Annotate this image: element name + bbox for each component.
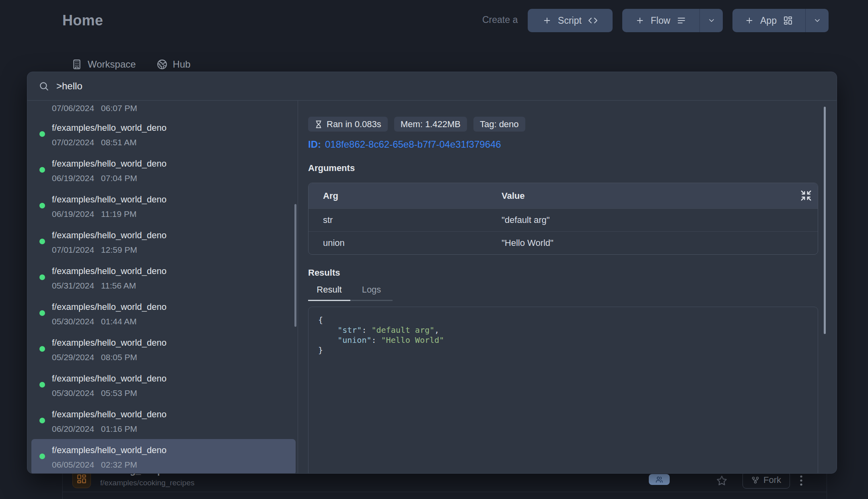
code-icon bbox=[588, 16, 598, 25]
chevron-down-icon bbox=[708, 16, 716, 25]
run-timestamp: 05/29/202408:05 PM bbox=[52, 353, 296, 362]
argument-name: str bbox=[309, 215, 502, 225]
palette-body: 07/06/202406:07 PMf/examples/hello_world… bbox=[27, 101, 837, 473]
run-list-item[interactable]: f/examples/hello_world_deno06/05/202402:… bbox=[31, 439, 296, 473]
fork-button[interactable]: Fork bbox=[743, 471, 790, 489]
users-icon bbox=[656, 476, 663, 483]
success-dot-icon bbox=[39, 203, 45, 208]
code-line: "union": "Hello World" bbox=[318, 335, 808, 345]
duration-badge-label: Ran in 0.083s bbox=[327, 119, 381, 130]
run-list: 07/06/202406:07 PMf/examples/hello_world… bbox=[27, 101, 298, 473]
search-bar bbox=[27, 72, 837, 101]
success-dot-icon bbox=[39, 274, 45, 280]
plus-icon bbox=[543, 16, 551, 25]
run-path: f/examples/hello_world_deno bbox=[52, 338, 296, 348]
expand-icon[interactable] bbox=[800, 190, 812, 202]
command-palette-modal: 07/06/202406:07 PMf/examples/hello_world… bbox=[27, 72, 837, 474]
run-timestamp: 07/06/202406:07 PM bbox=[52, 103, 296, 113]
tab-workspace-label: Workspace bbox=[88, 59, 136, 70]
run-list-item[interactable]: f/examples/hello_world_deno06/20/202401:… bbox=[31, 403, 296, 439]
create-app-dropdown[interactable] bbox=[805, 9, 829, 32]
tag-badge: Tag: deno bbox=[473, 117, 525, 132]
run-path: f/examples/hello_world_deno bbox=[52, 373, 296, 384]
create-flow-label: Flow bbox=[651, 15, 671, 26]
app-root: Home Create a Script Flow bbox=[0, 0, 868, 499]
run-list-item[interactable]: f/examples/hello_world_deno07/02/202408:… bbox=[31, 117, 296, 153]
arg-column-header: Arg bbox=[309, 191, 502, 201]
code-line: "str": "default arg", bbox=[318, 325, 808, 335]
tab-logs[interactable]: Logs bbox=[350, 285, 393, 301]
detail-scrollbar[interactable] bbox=[824, 107, 826, 334]
code-line: { bbox=[318, 315, 808, 325]
success-dot-icon bbox=[39, 418, 45, 423]
code-line: } bbox=[318, 345, 808, 355]
run-id-value[interactable]: 018fe862-8c62-65e8-b7f7-04e31f379646 bbox=[325, 139, 501, 150]
value-column-header: Value bbox=[502, 191, 818, 201]
git-fork-icon bbox=[751, 476, 759, 484]
home-tabs: Workspace Hub bbox=[72, 59, 191, 70]
memory-badge-label: Mem: 1.422MB bbox=[401, 119, 461, 130]
run-id-row: ID: 018fe862-8c62-65e8-b7f7-04e31f379646 bbox=[308, 139, 818, 150]
run-path: f/examples/hello_world_deno bbox=[52, 409, 296, 420]
arguments-table-body: str"default arg"union"Hello World" bbox=[309, 208, 818, 254]
hourglass-icon bbox=[315, 120, 323, 128]
tab-hub-label: Hub bbox=[173, 59, 191, 70]
run-path: f/examples/hello_world_deno bbox=[52, 266, 296, 276]
tab-result[interactable]: Result bbox=[308, 285, 350, 301]
success-dot-icon bbox=[39, 346, 45, 352]
create-app-button[interactable]: App bbox=[732, 9, 805, 32]
run-list-item[interactable]: f/examples/hello_world_deno06/19/202407:… bbox=[31, 153, 296, 188]
argument-row: str"default arg" bbox=[309, 208, 818, 231]
arguments-title: Arguments bbox=[308, 163, 818, 173]
create-app-label: App bbox=[760, 15, 777, 26]
tag-badge-label: Tag: deno bbox=[480, 119, 519, 130]
argument-name: union bbox=[309, 238, 502, 248]
success-dot-icon bbox=[39, 167, 45, 173]
run-timestamp: 05/31/202411:56 AM bbox=[52, 281, 296, 291]
building-icon bbox=[72, 59, 82, 70]
run-timestamp: 05/30/202401:44 AM bbox=[52, 317, 296, 326]
run-path: f/examples/hello_world_deno bbox=[52, 123, 296, 133]
chevron-down-icon bbox=[813, 16, 821, 25]
memory-badge: Mem: 1.422MB bbox=[394, 117, 467, 132]
background-divider bbox=[62, 492, 827, 492]
results-tabs: Result Logs bbox=[308, 285, 818, 301]
plus-icon bbox=[636, 16, 644, 25]
run-timestamp: 06/19/202411:19 PM bbox=[52, 209, 296, 219]
run-timestamp: 05/30/202405:53 PM bbox=[52, 388, 296, 398]
run-list-item[interactable]: 07/06/202406:07 PM bbox=[31, 101, 296, 117]
tab-hub[interactable]: Hub bbox=[157, 59, 191, 70]
result-json-viewer: { "str": "default arg", "union": "Hello … bbox=[308, 307, 818, 473]
create-script-button[interactable]: Script bbox=[528, 9, 613, 32]
run-list-scrollbar[interactable] bbox=[294, 204, 296, 327]
more-options-icon[interactable] bbox=[800, 475, 802, 486]
run-timestamp: 06/05/202402:32 PM bbox=[52, 460, 296, 470]
globe-icon bbox=[157, 59, 167, 70]
search-input[interactable] bbox=[56, 80, 825, 92]
shared-users-badge bbox=[649, 474, 670, 485]
fork-label: Fork bbox=[763, 475, 781, 485]
run-list-item[interactable]: f/examples/hello_world_deno05/30/202401:… bbox=[31, 296, 296, 332]
flow-icon bbox=[677, 16, 686, 25]
run-list-item[interactable]: f/examples/hello_world_deno05/30/202405:… bbox=[31, 367, 296, 403]
success-dot-icon bbox=[39, 382, 45, 388]
create-flow-dropdown[interactable] bbox=[699, 9, 723, 32]
favorite-star-button[interactable] bbox=[716, 475, 727, 486]
success-dot-icon bbox=[39, 454, 45, 459]
run-list-item[interactable]: f/examples/hello_world_deno07/01/202412:… bbox=[31, 224, 296, 260]
arguments-table-header: Arg Value bbox=[309, 183, 818, 208]
run-timestamp: 06/20/202401:16 PM bbox=[52, 424, 296, 434]
create-script-label: Script bbox=[558, 15, 582, 26]
run-list-item[interactable]: f/examples/hello_world_deno05/31/202411:… bbox=[31, 260, 296, 296]
run-path: f/examples/hello_world_deno bbox=[52, 159, 296, 169]
tab-workspace[interactable]: Workspace bbox=[72, 59, 136, 70]
run-stats: Ran in 0.083s Mem: 1.422MB Tag: deno bbox=[308, 117, 818, 132]
success-dot-icon bbox=[39, 131, 45, 137]
run-detail-panel: Ran in 0.083s Mem: 1.422MB Tag: deno ID:… bbox=[298, 101, 837, 473]
run-path: f/examples/hello_world_deno bbox=[52, 445, 296, 456]
run-list-item[interactable]: f/examples/hello_world_deno05/29/202408:… bbox=[31, 332, 296, 367]
create-flow-button[interactable]: Flow bbox=[622, 9, 699, 32]
results-title: Results bbox=[308, 268, 818, 278]
run-path: f/examples/hello_world_deno bbox=[52, 302, 296, 312]
run-list-item[interactable]: f/examples/hello_world_deno06/19/202411:… bbox=[31, 188, 296, 224]
